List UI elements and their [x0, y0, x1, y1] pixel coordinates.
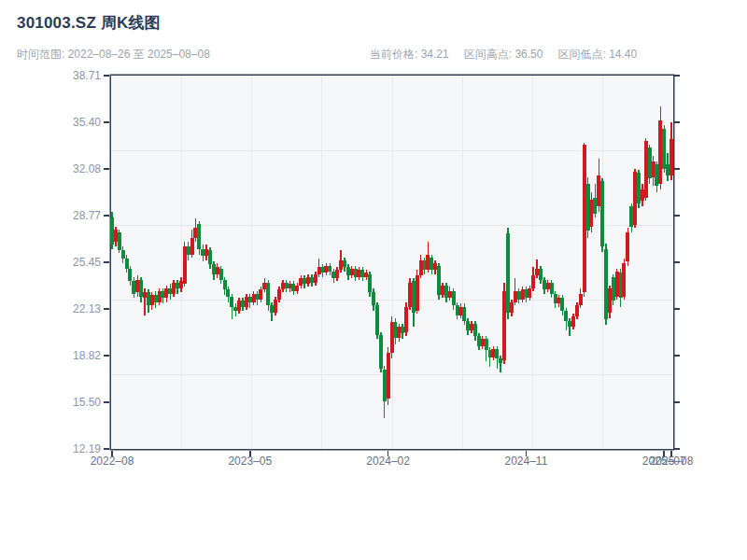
candle-up — [404, 307, 408, 332]
candle-down — [372, 292, 375, 305]
y-axis-tick — [104, 261, 109, 263]
y-axis-tick-right — [674, 215, 680, 217]
candle-up — [669, 139, 673, 175]
candle-down — [128, 269, 132, 282]
candle-down — [473, 324, 477, 337]
y-axis-tick — [104, 75, 109, 77]
x-axis-label: 2024–02 — [356, 455, 421, 468]
candle-down — [118, 232, 121, 251]
y-axis-tick-right — [674, 401, 680, 403]
candle-up — [277, 289, 281, 300]
range-low-stat: 区间低点: 14.40 — [557, 48, 637, 61]
candle-down — [197, 224, 201, 249]
current-price-label: 当前价格: — [370, 48, 417, 61]
current-price-stat: 当前价格: 34.21 — [370, 48, 449, 61]
y-axis-tick-right — [674, 308, 680, 310]
y-axis-tick-right — [674, 75, 680, 77]
candle-up — [622, 263, 626, 297]
candle-up — [274, 300, 277, 313]
candle-down — [121, 250, 125, 259]
candle-down — [485, 339, 488, 350]
candle-down — [375, 305, 379, 335]
y-axis-tick-right — [674, 168, 680, 170]
candle-up — [575, 305, 579, 316]
candle-up — [416, 275, 419, 311]
gridline-vertical — [251, 76, 252, 449]
candle-down — [266, 283, 270, 305]
range-high-label: 区间高点: — [464, 48, 512, 61]
y-axis-label: 25.45 — [37, 256, 101, 269]
gridline-vertical — [321, 76, 322, 449]
candle-down — [343, 260, 346, 268]
y-axis-label: 18.82 — [37, 349, 101, 362]
kline-chart-screen: 301003.SZ 周K线图 时间范围: 2022–08–26 至 2025–0… — [0, 0, 747, 560]
candle-up — [259, 289, 262, 300]
y-axis-tick-right — [674, 355, 680, 357]
gridline-vertical — [392, 76, 393, 449]
candle-down — [564, 311, 568, 321]
x-axis-label: 2024–11 — [493, 455, 558, 468]
y-axis-tick — [104, 215, 109, 217]
range-high-value: 36.50 — [514, 48, 543, 61]
candle-down — [219, 269, 223, 280]
range-low-value: 14.40 — [609, 48, 637, 61]
candle-down — [125, 259, 129, 269]
y-axis-tick — [104, 355, 109, 357]
current-price-value: 34.21 — [421, 48, 449, 61]
candle-down — [495, 349, 499, 359]
date-range-label: 时间范围: 2022–08–26 至 2025–08–08 — [17, 47, 210, 63]
y-axis-tick-right — [674, 448, 680, 450]
candle-down — [226, 289, 230, 297]
y-axis-tick-right — [674, 261, 680, 263]
y-axis-tick — [104, 401, 109, 403]
candle-down — [462, 307, 466, 321]
y-axis-tick — [104, 448, 109, 450]
candle-down — [230, 297, 233, 307]
candle-up — [626, 232, 629, 262]
candle-down — [223, 280, 227, 290]
y-axis-tick-right — [674, 121, 680, 123]
gridline-vertical — [532, 76, 533, 449]
gridline-vertical — [181, 76, 182, 449]
y-axis-label: 32.08 — [37, 162, 101, 175]
y-axis-label: 15.50 — [37, 396, 101, 409]
candle-down — [662, 129, 666, 168]
candle-down — [560, 298, 564, 311]
range-low-label: 区间低点: — [557, 48, 605, 61]
y-axis-label: 38.71 — [37, 69, 101, 82]
candle-up — [579, 294, 583, 305]
candle-up — [528, 288, 531, 299]
y-axis-tick — [104, 308, 109, 310]
candle-down — [550, 283, 554, 294]
y-axis-label: 28.77 — [37, 209, 101, 222]
gridline-vertical — [462, 76, 463, 449]
candle-down — [368, 274, 372, 293]
y-axis-tick — [104, 168, 109, 170]
x-axis-label: 2023–05 — [218, 455, 283, 468]
candle-down — [379, 335, 383, 369]
range-high-stat: 区间高点: 36.50 — [464, 48, 543, 61]
candle-up — [314, 274, 317, 283]
candle-up — [335, 270, 339, 278]
y-axis-label: 35.40 — [37, 116, 101, 129]
y-axis-label: 22.13 — [37, 302, 101, 315]
x-axis-label: 2025–08 — [639, 455, 704, 468]
candle-up — [387, 353, 390, 398]
candle-up — [571, 316, 575, 327]
candle-down — [208, 250, 212, 264]
x-axis-label: 2022–08 — [79, 455, 145, 468]
y-axis-label: 12.19 — [37, 442, 101, 455]
chart-title: 301003.SZ 周K线图 — [17, 12, 161, 34]
candle-down — [600, 181, 604, 245]
candle-up — [295, 286, 299, 291]
price-stats: 当前价格: 34.21区间高点: 36.50区间低点: 14.40 — [370, 47, 652, 63]
candle-up — [531, 275, 535, 288]
y-axis-tick — [104, 121, 109, 123]
candle-up — [510, 302, 514, 313]
candle-up — [190, 238, 194, 255]
candle-down — [452, 291, 456, 305]
candle-down — [506, 233, 510, 312]
candle-down — [539, 269, 543, 280]
